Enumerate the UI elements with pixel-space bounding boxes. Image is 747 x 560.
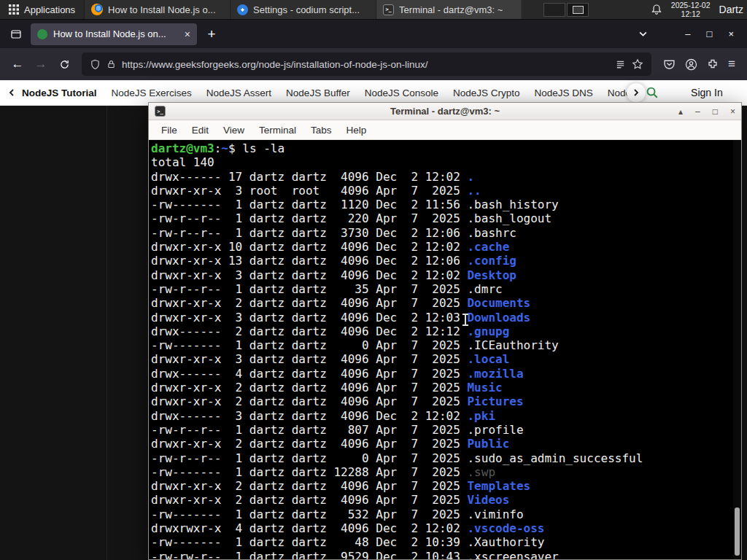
terminal-prompt-line: dartz@vm3:~$ ls -la: [151, 141, 732, 155]
nav-scroll-left-button[interactable]: [7, 88, 16, 97]
taskbar-item-settings[interactable]: Settings - codium script...: [230, 0, 376, 19]
browser-tab-active[interactable]: How to Install Node.js on... ×: [31, 23, 197, 45]
terminal-listing-line: drwxr-xr-x 13 dartz dartz 4096 Dec 2 12:…: [151, 254, 732, 268]
terminal-listing-line: drwxr-xr-x 2 dartz dartz 4096 Apr 7 2025…: [151, 493, 732, 507]
terminal-listing-line: drwxrwxr-x 4 dartz dartz 4096 Dec 2 12:0…: [151, 521, 732, 535]
reader-view-icon[interactable]: [615, 59, 626, 70]
terminal-listing-line: -rw-r--r-- 1 dartz dartz 220 Apr 7 2025 …: [151, 211, 732, 225]
taskbar-item-terminal[interactable]: Terminal - dartz@vm3: ~: [376, 0, 522, 19]
menu-terminal[interactable]: Terminal: [252, 125, 303, 136]
terminal-listing-line: drwxr-xr-x 2 dartz dartz 4096 Apr 7 2025…: [151, 437, 732, 451]
nav-scroll-right-button[interactable]: [627, 83, 646, 102]
firefox-view-button[interactable]: [6, 24, 26, 44]
lock-icon[interactable]: [107, 59, 116, 69]
menu-tabs[interactable]: Tabs: [303, 125, 339, 136]
workspace-switcher[interactable]: [541, 0, 592, 19]
browser-window-controls: – □ ×: [678, 28, 741, 39]
site-nav-item-tutorial[interactable]: NodeJS Tutorial: [22, 88, 97, 98]
site-nav-item-exercises[interactable]: NodeJS Exercises: [112, 88, 192, 98]
hamburger-menu-icon[interactable]: ≡: [728, 57, 735, 71]
desktop: Applications How to Install Node.js o...…: [0, 0, 747, 560]
forward-button[interactable]: →: [29, 52, 53, 76]
taskbar-item-firefox[interactable]: How to Install Node.js o...: [84, 0, 230, 19]
list-all-tabs-button[interactable]: [632, 24, 653, 44]
chevron-down-icon: [638, 29, 648, 39]
url-bar[interactable]: https://www.geeksforgeeks.org/node-js/in…: [82, 52, 651, 76]
account-icon[interactable]: [685, 58, 697, 71]
terminal-listing-line: drwxr-xr-x 2 dartz dartz 4096 Apr 7 2025…: [151, 381, 732, 394]
terminal-listing-line: drwxr-xr-x 2 dartz dartz 4096 Apr 7 2025…: [151, 394, 732, 408]
terminal-scrollbar-thumb[interactable]: [735, 508, 740, 556]
terminal-listing-line: drwxr-xr-x 3 dartz dartz 4096 Apr 7 2025…: [151, 352, 732, 366]
terminal-content[interactable]: dartz@vm3:~$ ls -latotal 140drwx------ 1…: [149, 140, 741, 559]
close-button[interactable]: ×: [730, 106, 735, 117]
clock-date: 2025-12-02: [671, 1, 711, 9]
tab-favicon: [37, 29, 47, 39]
clock[interactable]: 2025-12-02 12:12: [671, 1, 711, 18]
reload-button[interactable]: [53, 52, 76, 76]
menu-edit[interactable]: Edit: [185, 125, 216, 136]
shade-button[interactable]: ▴: [678, 106, 683, 117]
site-nav-item-buffer[interactable]: NodeJS Buffer: [286, 88, 350, 98]
panel-tray: 2025-12-02 12:12 Dartz: [651, 0, 747, 19]
taskbar-item-label: How to Install Node.js o...: [108, 4, 215, 15]
terminal-listing-line: drwxr-xr-x 3 root root 4096 Apr 7 2025 .…: [151, 184, 732, 198]
terminal-listing-line: -rw------- 1 dartz dartz 532 Apr 7 2025 …: [151, 508, 732, 521]
terminal-listing-line: drwx------ 3 dartz dartz 4096 Dec 2 12:0…: [151, 409, 732, 423]
menu-help[interactable]: Help: [339, 125, 374, 136]
terminal-output: dartz@vm3:~$ ls -latotal 140drwx------ 1…: [151, 141, 732, 559]
chevron-right-icon: [632, 88, 640, 97]
taskbar-item-label: Settings - codium script...: [253, 4, 360, 15]
terminal-title-bar[interactable]: Terminal - dartz@vm3: ~ ▴ – □ ×: [149, 103, 741, 120]
terminal-listing-line: -rw-r--r-- 1 dartz dartz 0 Apr 7 2025 .s…: [151, 451, 732, 465]
maximize-button[interactable]: □: [713, 106, 718, 117]
terminal-scrollbar[interactable]: [733, 140, 741, 559]
workspace-2[interactable]: [567, 3, 589, 17]
terminal-listing-line: drwxr-xr-x 3 dartz dartz 4096 Dec 2 12:0…: [151, 311, 732, 324]
terminal-listing-line: drwx------ 17 dartz dartz 4096 Dec 2 12:…: [151, 170, 732, 184]
extensions-puzzle-icon[interactable]: [707, 58, 719, 70]
close-button[interactable]: ×: [728, 28, 734, 39]
site-nav-item-console[interactable]: NodeJS Console: [365, 88, 438, 98]
site-search-button[interactable]: [646, 86, 659, 99]
minimize-button[interactable]: –: [685, 28, 690, 39]
firefox-icon: [91, 4, 103, 15]
terminal-total-line: total 140: [151, 155, 732, 169]
site-nav-item-crypto[interactable]: NodeJS Crypto: [453, 88, 520, 98]
tab-title: How to Install Node.js on...: [53, 28, 179, 39]
terminal-listing-line: drwx------ 2 dartz dartz 4096 Dec 2 12:1…: [151, 324, 732, 338]
terminal-listing-line: drwxr-xr-x 3 dartz dartz 4096 Dec 2 12:0…: [151, 268, 732, 282]
mouse-cursor: [465, 314, 466, 325]
terminal-listing-line: -rw-rw-r-- 1 dartz dartz 9529 Dec 2 10:4…: [151, 550, 732, 559]
page-sidebar-divider: [107, 106, 107, 560]
maximize-button[interactable]: □: [707, 28, 713, 39]
browser-navigation-bar: ← → https://www.geeksforgeeks.org/node-j…: [0, 48, 747, 80]
menu-file[interactable]: File: [154, 125, 185, 136]
terminal-window-title: Terminal - dartz@vm3: ~: [149, 106, 741, 117]
site-nav-item-assert[interactable]: NodeJS Assert: [206, 88, 271, 98]
chevron-left-icon: [7, 88, 16, 97]
search-icon: [646, 86, 659, 99]
terminal-listing-line: drwxr-xr-x 2 dartz dartz 4096 Apr 7 2025…: [151, 479, 732, 493]
reload-icon: [59, 59, 70, 70]
terminal-listing-line: drwx------ 4 dartz dartz 4096 Apr 7 2025…: [151, 367, 732, 381]
back-button[interactable]: ←: [6, 52, 29, 76]
notification-bell-icon[interactable]: [651, 4, 662, 15]
terminal-listing-line: -rw-r--r-- 1 dartz dartz 3730 Dec 2 12:0…: [151, 226, 732, 240]
applications-menu-button[interactable]: Applications: [0, 0, 84, 19]
terminal-listing-line: -rw-r--r-- 1 dartz dartz 35 Apr 7 2025 .…: [151, 282, 732, 296]
tab-close-icon[interactable]: ×: [185, 28, 190, 40]
minimize-button[interactable]: –: [695, 106, 700, 117]
user-menu[interactable]: Dartz: [719, 4, 743, 15]
new-tab-button[interactable]: +: [201, 24, 222, 44]
site-nav-item-dns[interactable]: NodeJS DNS: [535, 88, 593, 98]
menu-view[interactable]: View: [216, 125, 252, 136]
terminal-icon: [383, 4, 394, 15]
workspace-1[interactable]: [543, 3, 565, 17]
url-text[interactable]: https://www.geeksforgeeks.org/node-js/in…: [122, 59, 609, 70]
browser-tab-bar: How to Install Node.js on... × + – □ ×: [0, 20, 747, 48]
sign-in-button[interactable]: Sign In: [691, 87, 723, 98]
tracking-shield-icon[interactable]: [90, 59, 101, 70]
bookmark-star-icon[interactable]: [632, 58, 643, 70]
pocket-icon[interactable]: [663, 58, 676, 71]
